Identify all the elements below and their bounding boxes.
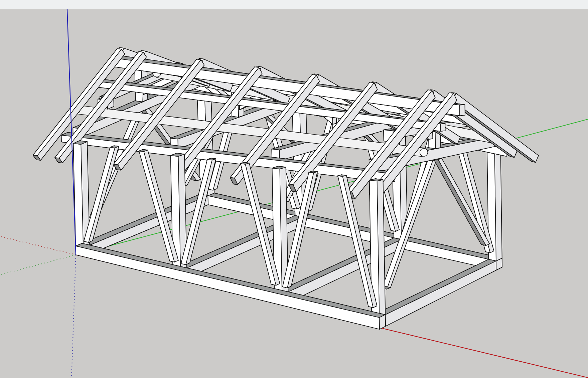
toolbar-strip: [0, 0, 588, 9]
toolbar-strip-edge: [0, 9, 588, 9]
sketchup-viewport[interactable]: [0, 0, 588, 378]
app-window: [0, 0, 588, 378]
